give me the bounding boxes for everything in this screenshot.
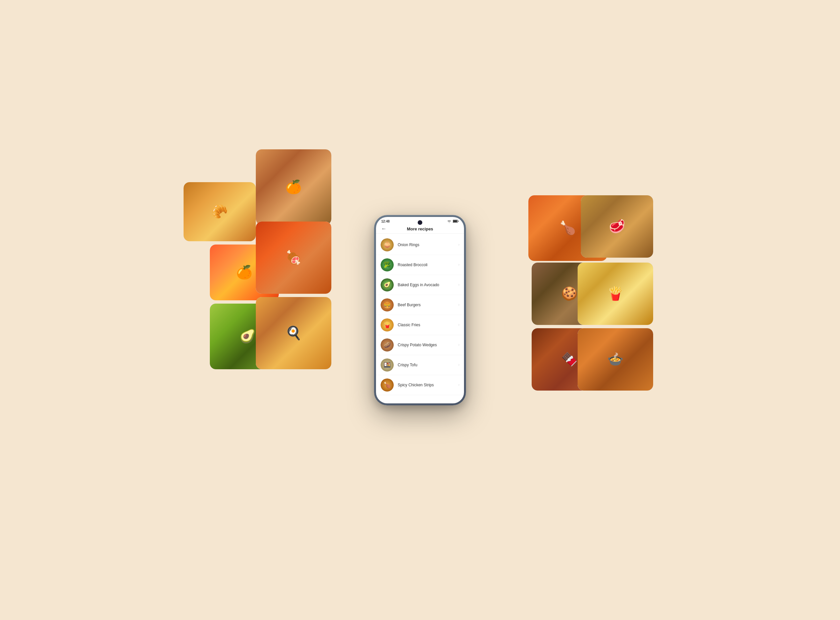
food-image-4: 🍖 — [256, 221, 331, 294]
recipe-name-7: Crispy Tofu — [398, 363, 456, 367]
recipe-name-3: Baked Eggs in Avocado — [398, 283, 456, 287]
recipe-chevron-2: › — [458, 263, 459, 266]
recipe-item-8[interactable]: 🍗Spicy Chicken Strips› — [376, 375, 464, 395]
recipe-name-8: Spicy Chicken Strips — [398, 383, 456, 387]
recipe-thumb-7: 🍱 — [381, 358, 394, 372]
recipe-thumb-2: 🥦 — [381, 258, 394, 271]
recipe-chevron-5: › — [458, 323, 459, 327]
back-button[interactable]: ← — [381, 226, 386, 232]
phone: 12:48 — [374, 215, 466, 405]
camera-hole — [418, 220, 422, 225]
status-time: 12:48 — [381, 220, 390, 223]
recipe-name-5: Classic Fries — [398, 323, 456, 327]
phone-outer: 12:48 — [374, 215, 466, 405]
recipe-name-1: Onion Rings — [398, 242, 456, 247]
recipe-thumb-5: 🍟 — [381, 318, 394, 331]
recipe-chevron-7: › — [458, 363, 459, 367]
recipe-item-3[interactable]: 🥑Baked Eggs in Avocado› — [376, 275, 464, 295]
recipe-item-1[interactable]: 🧅Onion Rings› — [376, 235, 464, 255]
food-image-10: 🍟 — [578, 263, 653, 325]
recipe-thumb-6: 🥔 — [381, 339, 394, 352]
recipe-item-4[interactable]: 🍔Beef Burgers› — [376, 295, 464, 315]
recipe-chevron-1: › — [458, 243, 459, 247]
svg-rect-2 — [453, 220, 457, 222]
recipe-item-5[interactable]: 🍟Classic Fries› — [376, 315, 464, 335]
recipe-thumb-8: 🍗 — [381, 378, 394, 391]
food-image-8: 🥩 — [581, 195, 653, 258]
recipe-item-6[interactable]: 🥔Crispy Potato Wedges› — [376, 335, 464, 355]
recipe-name-4: Beef Burgers — [398, 302, 456, 307]
recipe-chevron-8: › — [458, 383, 459, 387]
recipe-name-6: Crispy Potato Wedges — [398, 343, 456, 347]
food-image-12: 🍲 — [578, 328, 653, 391]
battery-icon — [453, 220, 459, 223]
nav-title: More recipes — [407, 226, 433, 232]
recipe-list[interactable]: 🧅Onion Rings›🥦Roasted Broccoli›🥑Baked Eg… — [376, 234, 464, 397]
recipe-item-2[interactable]: 🥦Roasted Broccoli› — [376, 255, 464, 275]
food-image-5: 🍳 — [256, 297, 331, 369]
recipe-thumb-1: 🧅 — [381, 238, 394, 251]
status-icons — [447, 220, 459, 223]
recipe-name-2: Roasted Broccoli — [398, 263, 456, 267]
wifi-icon — [447, 220, 451, 223]
recipe-thumb-4: 🍔 — [381, 298, 394, 312]
phone-screen: 12:48 — [376, 217, 464, 403]
svg-rect-1 — [458, 221, 459, 222]
food-image-6: 🍊 — [256, 149, 331, 225]
recipe-chevron-4: › — [458, 303, 459, 307]
recipe-item-7[interactable]: 🍱Crispy Tofu› — [376, 355, 464, 375]
recipe-thumb-3: 🥑 — [381, 278, 394, 292]
scene: 🥐 🍊 🍊 🍖 🥑 🍳 🍗 🥩 🍪 🍟 🍫 🍲 — [190, 129, 650, 491]
recipe-chevron-3: › — [458, 283, 459, 286]
nav-bar: ← More recipes — [376, 224, 464, 234]
recipe-chevron-6: › — [458, 343, 459, 347]
food-image-1: 🥐 — [184, 182, 256, 241]
